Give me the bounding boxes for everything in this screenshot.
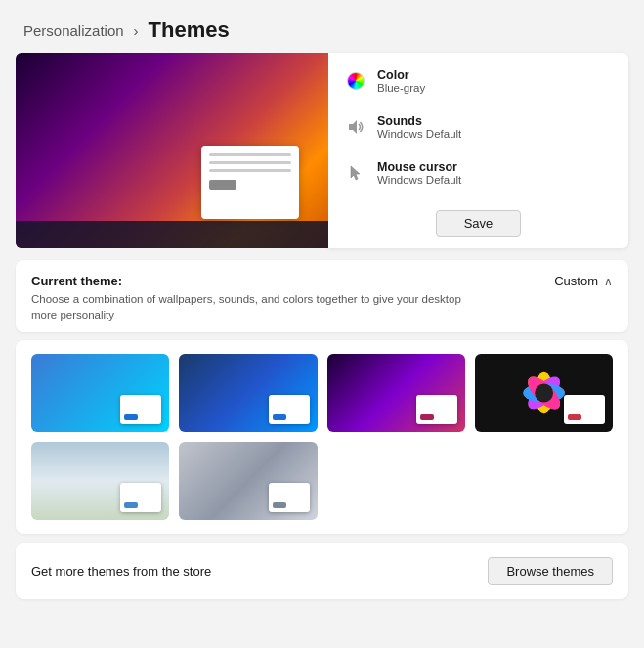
color-label: Color <box>377 68 425 82</box>
theme-tile-preview-2 <box>179 354 317 432</box>
theme-tile-landscape[interactable] <box>31 442 169 520</box>
theme-tile-preview-1 <box>31 354 169 432</box>
breadcrumb[interactable]: Personalization <box>23 22 124 39</box>
mouse-text-group: Mouse cursor Windows Default <box>377 160 461 186</box>
preview-line-2 <box>209 161 291 164</box>
theme-mini-btn-5 <box>124 502 138 508</box>
theme-tile-preview-5 <box>31 442 169 520</box>
save-button[interactable]: Save <box>436 210 522 237</box>
color-setting-row: Color Blue-gray <box>344 65 613 98</box>
theme-tile-purple-glow[interactable] <box>327 354 465 432</box>
theme-mini-window-2 <box>269 395 310 424</box>
theme-tile-gray-swirl[interactable] <box>179 442 317 520</box>
store-section: Get more themes from the store Browse th… <box>16 543 628 599</box>
theme-tile-dark-flower[interactable] <box>475 354 613 432</box>
theme-mini-window-5 <box>120 483 161 512</box>
theme-mini-btn-6 <box>273 502 286 508</box>
current-theme-header: Current theme: Choose a combination of w… <box>31 274 613 323</box>
theme-tile-preview-6 <box>179 442 317 520</box>
preview-line-1 <box>209 153 291 156</box>
theme-tile-preview-4 <box>475 354 613 432</box>
mouse-cursor-icon <box>344 161 367 185</box>
theme-mini-window-4 <box>564 395 605 424</box>
theme-tile-windows-blue[interactable] <box>31 354 169 432</box>
wallpaper-preview <box>16 53 328 248</box>
mouse-label: Mouse cursor <box>377 160 461 174</box>
current-theme-title: Current theme: <box>31 274 554 288</box>
page-header: Personalization › Themes <box>0 0 644 53</box>
preview-section: Color Blue-gray Sounds Windows Default <box>16 53 628 248</box>
browse-themes-button[interactable]: Browse themes <box>488 557 613 585</box>
current-theme-value-group: Custom ∧ <box>554 274 613 288</box>
preview-window-button <box>209 180 236 190</box>
save-btn-row: Save <box>344 210 613 237</box>
theme-mini-btn-1 <box>124 414 138 420</box>
current-theme-value: Custom <box>554 274 598 288</box>
theme-mini-btn-4 <box>568 414 581 420</box>
theme-tile-dark-blue[interactable] <box>179 354 317 432</box>
breadcrumb-separator: › <box>134 22 139 39</box>
color-value: Blue-gray <box>377 82 425 94</box>
sounds-value: Windows Default <box>377 128 461 140</box>
page-title: Themes <box>149 18 230 43</box>
themes-grid <box>31 354 613 520</box>
current-theme-text: Current theme: Choose a combination of w… <box>31 274 554 323</box>
themes-grid-section <box>16 340 628 534</box>
theme-mini-window-1 <box>120 395 161 424</box>
sound-icon <box>344 115 367 139</box>
sounds-setting-row: Sounds Windows Default <box>344 110 613 144</box>
theme-tile-preview-3 <box>327 354 465 432</box>
color-text-group: Color Blue-gray <box>377 68 425 94</box>
preview-line-3 <box>209 169 291 172</box>
color-icon <box>344 69 367 93</box>
preview-window-overlay <box>201 146 299 219</box>
sounds-text-group: Sounds Windows Default <box>377 114 461 140</box>
svg-point-7 <box>535 384 553 403</box>
chevron-up-icon: ∧ <box>604 275 613 288</box>
theme-mini-window-6 <box>269 483 310 512</box>
mouse-setting-row: Mouse cursor Windows Default <box>344 156 613 190</box>
store-text: Get more themes from the store <box>31 564 211 579</box>
current-theme-desc: Choose a combination of wallpapers, soun… <box>31 291 481 323</box>
theme-settings-panel: Color Blue-gray Sounds Windows Default <box>328 53 628 248</box>
mouse-value: Windows Default <box>377 174 461 186</box>
svg-marker-0 <box>349 120 357 134</box>
theme-mini-btn-2 <box>273 414 286 420</box>
theme-mini-btn-3 <box>420 414 434 420</box>
preview-taskbar <box>16 221 328 248</box>
sounds-label: Sounds <box>377 114 461 128</box>
current-theme-section: Current theme: Choose a combination of w… <box>16 260 628 332</box>
theme-mini-window-3 <box>416 395 457 424</box>
